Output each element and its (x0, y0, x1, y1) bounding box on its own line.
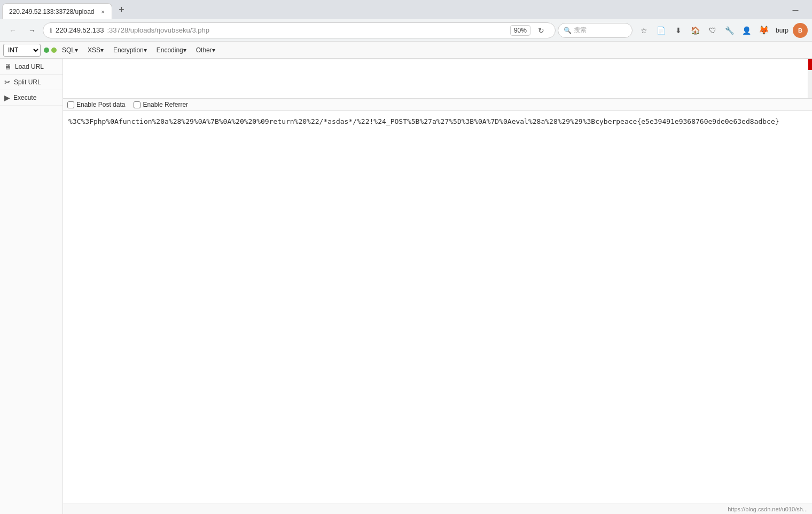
search-box[interactable]: 🔍 搜索 (558, 23, 633, 38)
zoom-level[interactable]: 90% (510, 25, 530, 36)
download-icon[interactable]: ⬇ (671, 23, 686, 38)
secure-icon: ℹ (50, 27, 52, 34)
tab-title: 220.249.52.133:33728/upload (9, 8, 95, 15)
payload-input[interactable] (63, 59, 812, 97)
content-area: 🖥 Load URL ✂ Split URL ▶ Execute Enable … (0, 59, 812, 514)
shield-icon[interactable]: 🛡 (705, 23, 720, 38)
reader-mode-icon[interactable]: 📄 (654, 23, 669, 38)
encoding-menu-button[interactable]: Encoding▾ (152, 44, 191, 57)
int-select[interactable]: INT (3, 44, 41, 57)
load-url-label: Load URL (15, 63, 44, 70)
home-icon[interactable]: 🏠 (688, 23, 703, 38)
browser-chrome: 220.249.52.133:33728/upload × + — ← → ℹ … (0, 0, 812, 59)
scrollbar-right[interactable] (808, 59, 812, 98)
enable-post-data-checkbox[interactable] (67, 101, 74, 108)
new-tab-button[interactable]: + (114, 2, 129, 17)
main-panel: Enable Post data Enable Referrer %3C%3Fp… (63, 59, 812, 514)
browser-toolbar-icons: ☆ 📄 ⬇ 🏠 🛡 🔧 👤 🦊 burp B (637, 23, 808, 38)
sidebar-item-split-url[interactable]: ✂ Split URL (0, 75, 63, 90)
execute-icon: ▶ (4, 93, 10, 102)
input-area (63, 59, 812, 99)
url-input-bar[interactable]: ℹ 220.249.52.133 :33728/uploads/rjovubse… (43, 22, 556, 38)
reload-button[interactable]: ↻ (534, 23, 549, 38)
status-url: https://blog.csdn.net/u010/sh... (728, 506, 808, 512)
extensions-icon[interactable]: 🔧 (722, 23, 737, 38)
execute-label: Execute (13, 94, 36, 101)
search-icon: 🔍 (564, 27, 572, 34)
encryption-menu-button[interactable]: Encryption▾ (109, 44, 151, 57)
tab-close-button[interactable]: × (99, 7, 107, 16)
scrollbar-thumb (808, 59, 812, 70)
output-area: %3C%3Fphp%0Afunction%20a%28%29%0A%7B%0A%… (63, 111, 812, 503)
options-bar: Enable Post data Enable Referrer (63, 99, 812, 111)
load-url-icon: 🖥 (4, 62, 12, 71)
output-text: %3C%3Fphp%0Afunction%20a%28%29%0A%7B%0A%… (68, 117, 779, 125)
user-avatar[interactable]: B (793, 23, 808, 38)
other-menu-button[interactable]: Other▾ (192, 44, 220, 57)
enable-referrer-checkbox[interactable] (134, 101, 140, 108)
enable-referrer-label[interactable]: Enable Referrer (134, 101, 188, 108)
split-url-label: Split URL (14, 78, 41, 86)
forward-button[interactable]: → (24, 22, 41, 39)
window-minimize-button[interactable]: — (783, 0, 808, 19)
back-button[interactable]: ← (4, 22, 21, 39)
extension-toolbar: INT SQL▾ XSS▾ Encryption▾ Encoding▾ Othe… (0, 42, 812, 59)
firefox-icon[interactable]: 🦊 (756, 23, 771, 38)
split-url-icon: ✂ (4, 78, 11, 86)
browser-tab[interactable]: 220.249.52.133:33728/upload × (2, 3, 112, 19)
address-bar: ← → ℹ 220.249.52.133 :33728/uploads/rjov… (0, 19, 812, 42)
profile-icon[interactable]: 👤 (739, 23, 754, 38)
tab-bar: 220.249.52.133:33728/upload × + — (0, 0, 812, 19)
status-dot-olive (51, 48, 57, 53)
sql-menu-button[interactable]: SQL▾ (58, 44, 82, 57)
enable-post-data-label[interactable]: Enable Post data (67, 101, 125, 108)
status-dot-green (44, 48, 49, 53)
url-domain: 220.249.52.133 (56, 26, 104, 34)
window-controls: — (783, 0, 812, 19)
sidebar: 🖥 Load URL ✂ Split URL ▶ Execute (0, 59, 63, 514)
sidebar-item-execute[interactable]: ▶ Execute (0, 90, 63, 106)
bookmark-star-icon[interactable]: ☆ (637, 23, 652, 38)
url-port-path: :33728/uploads/rjovubseku/3.php (107, 26, 209, 34)
sidebar-item-load-url[interactable]: 🖥 Load URL (0, 59, 63, 75)
xss-menu-button[interactable]: XSS▾ (83, 44, 108, 57)
status-bar: https://blog.csdn.net/u010/sh... (63, 503, 812, 514)
search-placeholder: 搜索 (574, 26, 587, 35)
user-name-label[interactable]: burp (776, 27, 788, 34)
